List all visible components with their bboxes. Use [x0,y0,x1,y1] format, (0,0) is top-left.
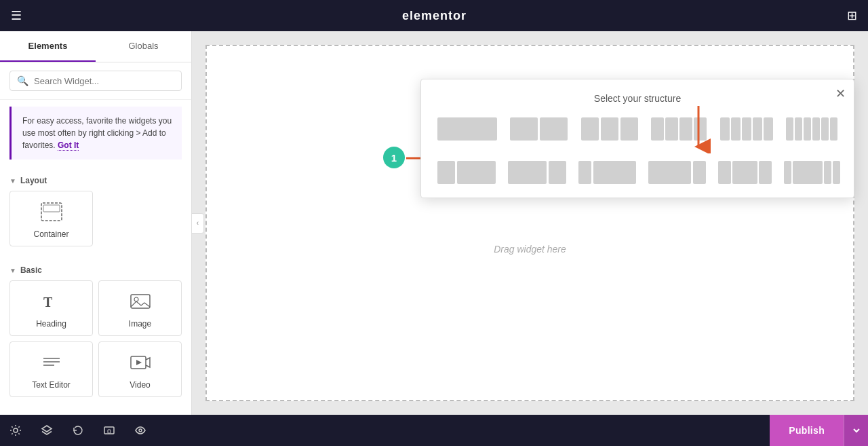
svg-text:T: T [43,295,53,310]
info-box: For easy access, favorite the widgets yo… [9,107,182,160]
basic-widget-grid: T Heading Image [0,280,191,407]
structure-popup-title: Select your structure [435,93,840,104]
structure-3-4-1-4[interactable] [646,158,709,187]
drag-hint: Drag widget here [494,244,566,255]
widget-text-editor-label: Text Editor [32,380,71,390]
text-editor-icon [41,353,62,375]
widget-container-label: Container [33,229,68,239]
close-structure-button[interactable]: ✕ [835,86,846,101]
section-layout-label[interactable]: ▼ Layout [0,166,191,191]
structure-2col[interactable] [507,115,570,151]
sidebar-tabs: Elements Globals [0,31,191,62]
search-bar: 🔍 [0,62,191,100]
chevron-down-icon-2: ▼ [9,267,16,274]
heading-icon: T [41,292,62,314]
widget-video[interactable]: Video [98,341,182,397]
hamburger-icon[interactable]: ☰ [11,8,22,23]
structure-5col[interactable] [717,115,776,151]
layers-button[interactable] [31,415,62,446]
structure-1col[interactable] [435,115,500,151]
widget-heading-label: Heading [36,319,66,329]
history-button[interactable] [62,415,94,446]
structure-1-4-1-2-1-4[interactable] [715,158,774,187]
widget-container[interactable]: Container [9,191,93,246]
structure-6col[interactable] [783,115,840,151]
svg-marker-9 [136,360,142,365]
section-basic-label[interactable]: ▼ Basic [0,256,191,280]
got-it-link[interactable]: Got It [58,141,79,151]
chevron-down-icon: ▼ [9,177,16,185]
publish-btn-wrap: Publish [770,415,868,446]
structure-3col[interactable] [578,115,641,151]
info-text: For easy access, favorite the widgets yo… [22,116,172,150]
top-header: ☰ elementor ⊞ [0,0,868,31]
widget-heading[interactable]: T Heading [9,280,93,336]
bottom-icons [0,415,156,446]
collapse-handle[interactable]: ‹ [192,213,204,234]
structure-1-3-2-3[interactable] [435,158,498,187]
svg-rect-3 [131,295,150,308]
widget-video-label: Video [130,380,150,390]
structure-popup: ✕ Select your structure [420,79,854,198]
publish-button[interactable]: Publish [770,415,844,446]
svg-point-15 [139,429,142,432]
main-layout: Elements Globals 🔍 For easy access, favo… [0,31,868,415]
search-wrap: 🔍 [9,71,182,91]
search-input[interactable] [34,76,174,86]
structure-4col[interactable] [648,115,709,151]
svg-rect-1 [43,205,60,212]
responsive-button[interactable] [94,415,125,446]
svg-point-4 [134,297,138,301]
grid-icon[interactable]: ⊞ [847,8,857,23]
search-icon: 🔍 [17,75,28,86]
elementor-logo: elementor [402,9,467,23]
step-1-badge: 1 [383,147,405,168]
canvas-area: 1 + 😊 2 [192,31,868,415]
publish-chevron-button[interactable] [844,415,868,446]
sidebar: Elements Globals 🔍 For easy access, favo… [0,31,192,415]
video-icon [130,353,151,375]
widget-image[interactable]: Image [98,280,182,336]
layout-widget-grid: Container [0,191,191,256]
svg-point-12 [14,428,18,432]
section-basic-title: Basic [20,265,42,275]
structure-grid [435,115,840,187]
widget-text-editor[interactable]: Text Editor [9,341,93,397]
preview-button[interactable] [125,415,156,446]
tab-elements[interactable]: Elements [0,31,96,62]
tab-globals[interactable]: Globals [96,31,191,62]
section-layout-title: Layout [20,176,47,185]
container-icon [41,202,62,224]
settings-button[interactable] [0,415,31,446]
image-icon [130,292,151,314]
structure-1-4-3-4[interactable] [576,158,639,187]
bottom-bar: Publish [0,415,868,446]
structure-2-3-1-3[interactable] [505,158,569,187]
svg-rect-14 [108,430,111,433]
structure-mixed-6[interactable] [781,158,843,187]
widget-image-label: Image [129,319,151,329]
